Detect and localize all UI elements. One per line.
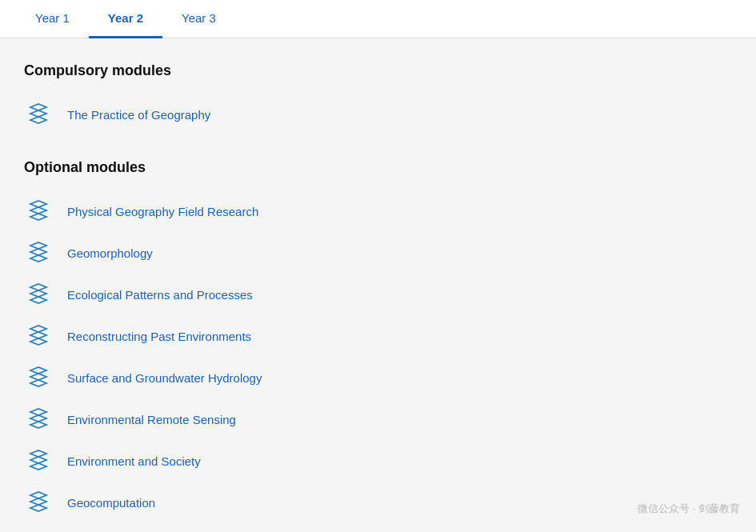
svg-marker-5 [30,214,46,220]
svg-marker-21 [30,450,46,457]
tab-year1[interactable]: Year 1 [16,0,89,38]
watermark: 微信公众号 · 剑藤教育 [638,502,740,516]
tab-year3[interactable]: Year 3 [162,0,235,38]
optional-heading: Optional modules [24,159,732,176]
layers-icon [24,282,53,307]
module-link[interactable]: The Practice of Geography [67,108,210,122]
svg-marker-11 [30,297,46,303]
svg-marker-4 [30,207,46,214]
svg-marker-24 [30,492,46,498]
layers-icon [24,490,53,515]
svg-marker-23 [30,463,46,470]
svg-marker-8 [30,255,46,262]
layers-icon [24,323,53,349]
svg-marker-26 [30,505,46,511]
svg-marker-15 [30,367,46,374]
list-item: Geomorphology [24,232,732,274]
svg-marker-22 [30,457,46,463]
svg-marker-25 [30,498,46,505]
module-link[interactable]: Surface and Groundwater Hydrology [67,371,262,385]
layers-icon [24,365,53,390]
list-item: Reconstructing Past Environments [24,315,732,357]
list-item: The Practice of Geography [24,94,732,135]
list-item: Environmental Remote Sensing [24,398,732,440]
main-content: Compulsory modules The Practice of Geogr… [0,38,756,532]
list-item: Geocomputation [24,482,732,523]
svg-marker-20 [30,422,46,428]
svg-marker-10 [30,290,46,297]
svg-marker-19 [30,415,46,422]
svg-marker-1 [30,110,46,117]
layers-icon [24,240,53,266]
list-item: Ecological Patterns and Processes [24,274,732,315]
svg-marker-13 [30,332,46,338]
svg-marker-17 [30,380,46,386]
module-link[interactable]: Environment and Society [67,454,201,468]
tab-year2[interactable]: Year 2 [89,0,162,38]
optional-module-list: Physical Geography Field ResearchGeomorp… [24,190,732,523]
module-link[interactable]: Ecological Patterns and Processes [67,288,253,302]
layers-icon [24,406,53,432]
module-link[interactable]: Environmental Remote Sensing [67,413,236,426]
tab-bar: Year 1 Year 2 Year 3 [0,0,756,38]
module-link[interactable]: Geomorphology [67,246,153,260]
compulsory-module-list: The Practice of Geography [24,94,732,135]
module-link[interactable]: Physical Geography Field Research [67,205,258,218]
svg-marker-6 [30,242,46,249]
list-item: Environment and Society [24,440,732,482]
svg-marker-18 [30,409,46,415]
module-link[interactable]: Reconstructing Past Environments [67,330,251,343]
list-item: Physical Geography Field Research [24,190,732,232]
list-item: Surface and Groundwater Hydrology [24,357,732,398]
svg-marker-9 [30,284,46,290]
svg-marker-14 [30,338,46,345]
layers-icon [24,448,53,474]
optional-section: Optional modules Physical Geography Fiel… [24,159,732,523]
svg-marker-12 [30,326,46,332]
svg-marker-0 [30,104,46,110]
layers-icon [24,102,53,127]
layers-icon [24,198,53,224]
svg-marker-16 [30,374,46,380]
svg-marker-2 [30,117,46,123]
svg-marker-3 [30,201,46,207]
compulsory-heading: Compulsory modules [24,62,732,79]
svg-marker-7 [30,249,46,255]
module-link[interactable]: Geocomputation [67,496,155,510]
